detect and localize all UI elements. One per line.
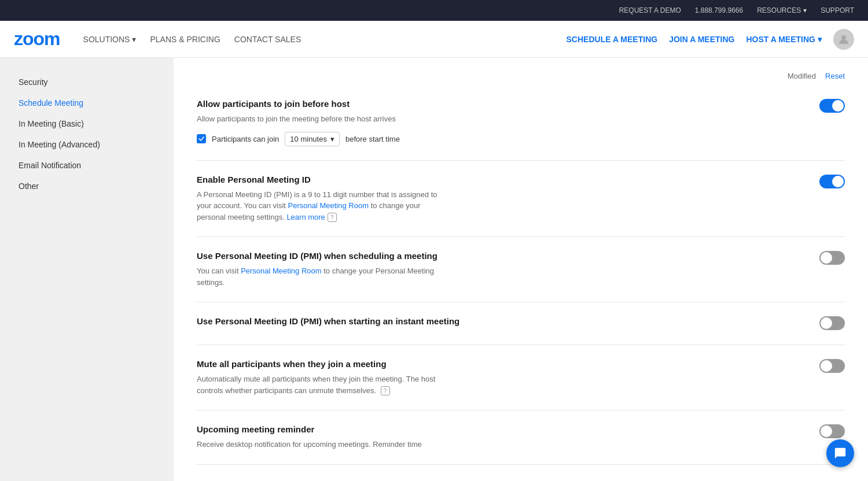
checkbox-label-before: Participants can join (212, 135, 279, 143)
toggle-mute-switch[interactable] (819, 359, 845, 373)
toggle-pmi-scheduling-switch[interactable] (819, 251, 845, 265)
setting-pmi-header: Enable Personal Meeting ID A Personal Me… (197, 175, 845, 223)
join-meeting-link[interactable]: JOIN A MEETING (669, 35, 734, 44)
sidebar-item-other[interactable]: Other (14, 176, 160, 197)
setting-personal-meeting-id: Enable Personal Meeting ID A Personal Me… (197, 161, 845, 238)
mute-info-icon[interactable]: ? (381, 386, 390, 395)
toggle-pmi-scheduling[interactable] (819, 251, 845, 265)
setting-allow-before-host: Allow participants to join before host A… (197, 85, 845, 161)
header: zoom SOLUTIONS ▾ PLANS & PRICING CONTACT… (0, 21, 868, 58)
header-actions: SCHEDULE A MEETING JOIN A MEETING HOST A… (567, 29, 854, 50)
resources-chevron-icon: ▾ (803, 6, 807, 14)
support-link[interactable]: SUPPORT (821, 6, 854, 14)
pmi-learn-more-link[interactable]: Learn more (286, 213, 325, 221)
setting-pmi-scheduling-text: Use Personal Meeting ID (PMI) when sched… (197, 251, 451, 288)
setting-mute-text: Mute all participants when they join a m… (197, 359, 451, 396)
setting-pmi-instant-header: Use Personal Meeting ID (PMI) when start… (197, 316, 845, 331)
toggle-knob (821, 426, 832, 437)
sidebar-item-security[interactable]: Security (14, 72, 160, 92)
setting-mute-header: Mute all participants when they join a m… (197, 359, 845, 396)
pmi-title: Enable Personal Meeting ID (197, 175, 451, 184)
user-avatar[interactable] (833, 29, 854, 50)
toggle-knob (821, 360, 832, 372)
setting-pmi-instant-text: Use Personal Meeting ID (PMI) when start… (197, 316, 459, 331)
toggle-knob (832, 176, 844, 187)
pmi-scheduling-room-link[interactable]: Personal Meeting Room (241, 267, 321, 275)
toggle-pmi-instant[interactable] (819, 316, 845, 330)
setting-pmi-instant: Use Personal Meeting ID (PMI) when start… (197, 302, 845, 345)
allow-before-host-title: Allow participants to join before host (197, 99, 400, 109)
settings-header-row: Modified Reset (197, 72, 845, 85)
pmi-desc: A Personal Meeting ID (PMI) is a 9 to 11… (197, 189, 451, 223)
reset-link[interactable]: Reset (825, 72, 845, 80)
pmi-personal-room-link[interactable]: Personal Meeting Room (288, 201, 369, 210)
setting-pmi-scheduling-header: Use Personal Meeting ID (PMI) when sched… (197, 251, 845, 288)
settings-sidebar: Security Schedule Meeting In Meeting (Ba… (0, 58, 174, 481)
toggle-reminder[interactable] (819, 424, 845, 438)
nav-contact-sales[interactable]: CONTACT SALES (234, 35, 301, 44)
setting-mute-participants: Mute all participants when they join a m… (197, 345, 845, 410)
nav-plans-pricing[interactable]: PLANS & PRICING (150, 35, 220, 44)
setting-upcoming-reminder: Upcoming meeting reminder Receive deskto… (197, 410, 845, 465)
pmi-scheduling-desc: You can visit Personal Meeting Room to c… (197, 265, 451, 288)
reminder-title: Upcoming meeting reminder (197, 424, 422, 434)
sidebar-item-in-meeting-basic[interactable]: In Meeting (Basic) (14, 113, 160, 134)
page-layout: Security Schedule Meeting In Meeting (Ba… (0, 58, 868, 481)
allow-before-host-desc: Allow participants to join the meeting b… (197, 113, 400, 125)
toggle-pmi[interactable] (819, 175, 845, 188)
toggle-knob (821, 252, 832, 264)
settings-main: Modified Reset Allow participants to joi… (174, 58, 868, 481)
toggle-knob (821, 317, 832, 329)
svg-point-0 (841, 35, 846, 40)
toggle-pmi-instant-switch[interactable] (819, 316, 845, 330)
participants-join-checkbox[interactable] (197, 134, 206, 143)
setting-allow-before-host-header: Allow participants to join before host A… (197, 99, 845, 146)
time-select-chevron-icon: ▾ (330, 135, 334, 143)
setting-pmi-text: Enable Personal Meeting ID A Personal Me… (197, 175, 451, 223)
host-meeting-menu[interactable]: HOST A MEETING ▾ (746, 35, 822, 44)
request-demo-link[interactable]: REQUEST A DEMO (619, 6, 681, 14)
toggle-pmi-switch[interactable] (819, 175, 845, 188)
topbar: REQUEST A DEMO 1.888.799.9666 RESOURCES … (0, 0, 868, 21)
schedule-meeting-link[interactable]: SCHEDULE A MEETING (567, 35, 658, 44)
reminder-desc: Receive desktop notification for upcomin… (197, 439, 422, 450)
sidebar-item-schedule-meeting[interactable]: Schedule Meeting (14, 92, 160, 113)
zoom-logo[interactable]: zoom (14, 28, 60, 50)
toggle-allow-before-host[interactable] (819, 99, 845, 113)
pmi-instant-title: Use Personal Meeting ID (PMI) when start… (197, 316, 459, 326)
setting-reminder-text: Upcoming meeting reminder Receive deskto… (197, 424, 422, 450)
checkbox-label-after: before start time (345, 135, 400, 143)
mute-title: Mute all participants when they join a m… (197, 359, 451, 369)
nav-solutions[interactable]: SOLUTIONS ▾ (83, 35, 137, 44)
time-select-dropdown[interactable]: 10 minutes ▾ (285, 132, 340, 146)
participants-join-row: Participants can join 10 minutes ▾ befor… (197, 132, 400, 146)
main-nav: SOLUTIONS ▾ PLANS & PRICING CONTACT SALE… (83, 35, 548, 44)
setting-allow-before-host-text: Allow participants to join before host A… (197, 99, 400, 146)
chat-fab-button[interactable] (826, 439, 854, 467)
pmi-info-icon[interactable]: ? (328, 213, 337, 222)
toggle-allow-before-host-switch[interactable] (819, 99, 845, 113)
sidebar-item-email-notification[interactable]: Email Notification (14, 155, 160, 176)
toggle-reminder-switch[interactable] (819, 424, 845, 438)
toggle-knob (832, 100, 844, 112)
sidebar-item-in-meeting-advanced[interactable]: In Meeting (Advanced) (14, 134, 160, 155)
resources-menu[interactable]: RESOURCES ▾ (757, 6, 807, 14)
host-chevron-icon: ▾ (818, 35, 822, 44)
setting-pmi-scheduling: Use Personal Meeting ID (PMI) when sched… (197, 237, 845, 302)
setting-reminder-header: Upcoming meeting reminder Receive deskto… (197, 424, 845, 450)
phone-number: 1.888.799.9666 (695, 6, 743, 14)
modified-label: Modified (788, 72, 816, 80)
solutions-chevron-icon: ▾ (132, 35, 136, 44)
toggle-mute[interactable] (819, 359, 845, 373)
pmi-scheduling-title: Use Personal Meeting ID (PMI) when sched… (197, 251, 451, 261)
mute-desc: Automatically mute all participants when… (197, 373, 451, 396)
